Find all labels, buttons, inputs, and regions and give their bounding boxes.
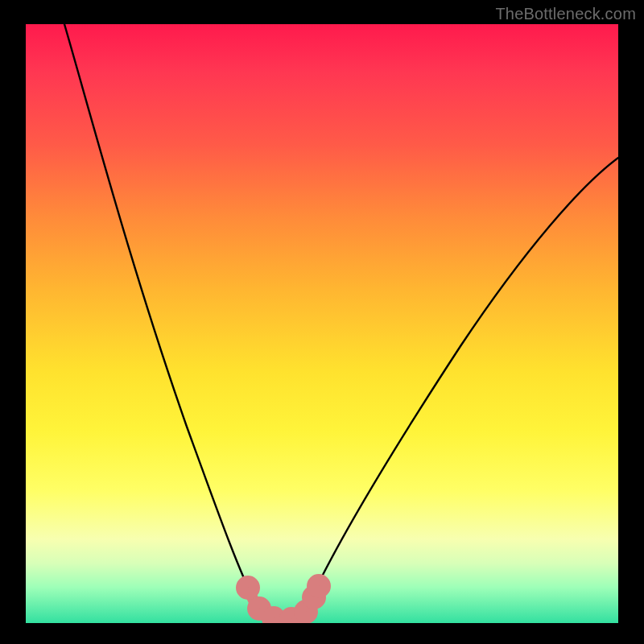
svg-point-0 <box>242 581 254 594</box>
watermark-label: TheBottleneck.com <box>495 5 636 23</box>
svg-point-6 <box>312 580 325 592</box>
bottom-highlight <box>242 580 325 623</box>
bottleneck-curve-path <box>64 24 618 618</box>
chart-frame: TheBottleneck.com <box>0 0 644 644</box>
svg-point-2 <box>267 612 280 623</box>
chart-svg <box>26 24 618 623</box>
plot-area <box>26 24 618 623</box>
